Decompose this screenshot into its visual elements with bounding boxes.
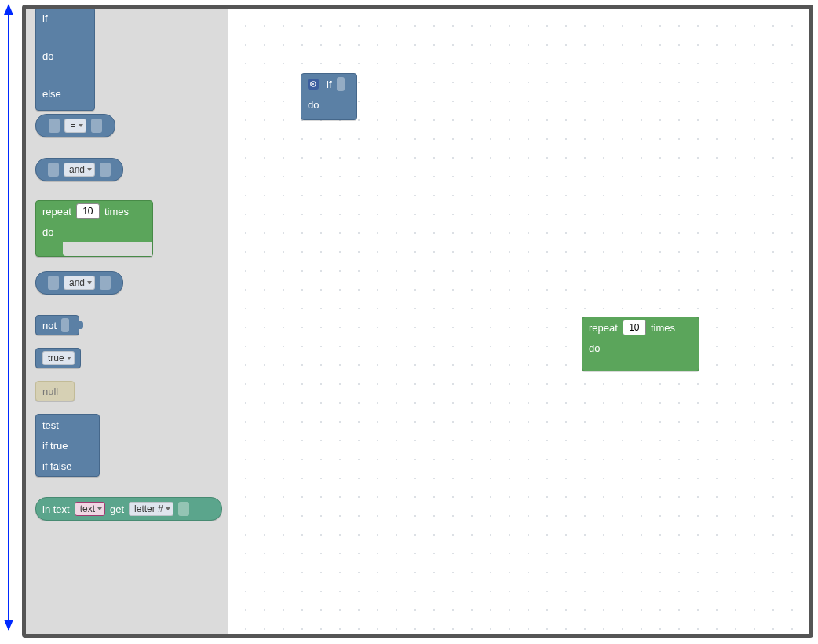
repeat-count-field[interactable]: 10 [76,203,100,219]
block-compare[interactable]: = [35,114,115,137]
mode-dropdown[interactable]: letter # [129,502,173,516]
compare-right-socket[interactable] [91,119,102,133]
and1-left-socket[interactable] [48,163,59,177]
label-else: else [42,88,61,100]
label-do: do [42,226,53,238]
block-true[interactable]: true [35,348,81,368]
label-repeat: repeat [42,206,71,218]
label-repeat: repeat [589,322,618,334]
label-in-text: in text [42,503,70,515]
label-times: times [104,206,129,218]
label-test: test [42,419,59,431]
gear-icon[interactable] [308,79,319,90]
label-if: if [42,13,48,24]
editor-window: if do else = and [22,5,813,638]
true-dropdown[interactable]: true [42,351,75,365]
label-not: not [42,320,57,331]
compare-left-socket[interactable] [49,119,60,133]
label-times: times [651,322,675,334]
not-socket[interactable] [61,318,69,332]
label-if: if [327,79,332,90]
placed-if-block[interactable]: if do [301,73,357,120]
block-if-else[interactable]: if do else [35,9,95,111]
and1-op-dropdown[interactable]: and [64,163,95,177]
label-do: do [42,50,53,62]
label-get: get [110,503,124,515]
block-repeat-toolbox[interactable]: repeat 10 times do [35,200,153,257]
app-frame: if do else = and [0,0,818,644]
block-null[interactable]: null [35,381,75,401]
block-not[interactable]: not [35,315,79,335]
and1-right-socket[interactable] [100,163,111,177]
repeat-count-field[interactable]: 10 [623,320,646,335]
label-do: do [308,99,319,111]
and2-left-socket[interactable] [48,276,59,290]
and2-right-socket[interactable] [100,276,111,290]
block-ternary[interactable]: test if true if false [35,414,100,477]
label-null: null [42,386,58,397]
label-if-true: if true [42,440,68,452]
svg-point-1 [312,83,314,85]
vertical-extent-arrow [8,5,9,630]
workspace-canvas[interactable]: if do repeat 10 times do [228,9,809,634]
block-and-1[interactable]: and [35,158,123,181]
block-in-text[interactable]: in text text get letter # [35,497,222,521]
placed-repeat-block[interactable]: repeat 10 times do [582,317,699,371]
toolbox-panel[interactable]: if do else = and [26,9,228,634]
block-and-2[interactable]: and [35,271,123,295]
label-do: do [589,342,600,354]
compare-op-dropdown[interactable]: = [64,119,86,133]
if-cond-socket[interactable] [337,77,345,91]
and2-op-dropdown[interactable]: and [64,276,95,290]
var-dropdown[interactable]: text [75,502,105,516]
label-if-false: if false [42,460,72,472]
in-text-index-socket[interactable] [178,502,189,516]
